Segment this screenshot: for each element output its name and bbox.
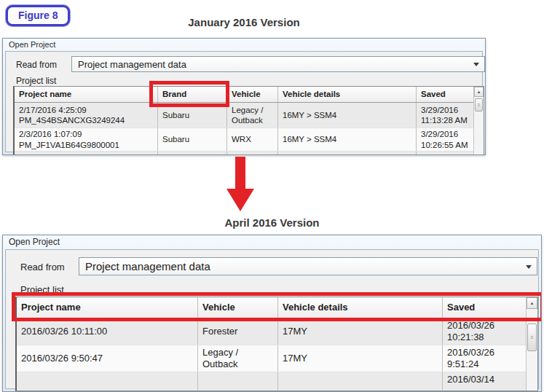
table-row-partial[interactable]: 2016/03/14 (17, 372, 537, 391)
read-from-value: Project management data (85, 260, 210, 273)
cell-saved: 3/25/2016 (417, 152, 476, 155)
cell-project-name: 2/17/2016 4:25:09 PM_4S4BSANCXG3249244 (15, 103, 158, 128)
read-from-label: Read from (20, 262, 65, 273)
cell-project-name: 2/3/2016 1:07:09 PM_JF1VA1B64G9800001 (15, 128, 158, 151)
cell-vehicle-details (278, 152, 417, 155)
column-header-project-name[interactable]: Project name (15, 87, 158, 102)
project-list-label: Project list (16, 76, 56, 86)
table-row[interactable]: 2016/03/26 10:11:00 Forester 17MY 2016/0… (17, 318, 537, 345)
cell-vehicle (198, 372, 278, 391)
cell-vehicle (227, 152, 278, 155)
table-row[interactable]: 2016/03/26 9:50:47 Legacy / Outback 17MY… (17, 345, 537, 372)
table-header-row: Project name Brand Vehicle Vehicle detai… (15, 87, 484, 103)
open-project-dialog-january: Open Project Read from Project managemen… (2, 38, 486, 155)
cell-brand (158, 152, 227, 155)
chevron-down-icon (473, 63, 479, 66)
table-row[interactable]: 2/3/2016 1:07:09 PM_JF1VA1B64G9800001 Su… (15, 128, 484, 152)
project-table: Project name Brand Vehicle Vehicle detai… (13, 86, 484, 155)
red-down-arrow-icon (226, 157, 254, 211)
column-header-vehicle-details[interactable]: Vehicle details (278, 87, 417, 102)
column-header-saved[interactable]: Saved (417, 87, 476, 102)
cell-project-name (17, 372, 198, 391)
cell-saved: 2016/03/26 9:51:24 (443, 345, 528, 372)
cell-saved: 3/29/2016 11:13:28 AM (417, 103, 476, 128)
cell-vehicle: Legacy / Outback (198, 345, 278, 372)
open-project-dialog-april: Open Project Read from Project managemen… (2, 235, 542, 392)
cell-brand: Subaru (158, 128, 227, 151)
chevron-down-icon (526, 265, 532, 269)
cell-vehicle: WRX (227, 128, 278, 151)
read-from-value: Project management data (78, 59, 186, 70)
scroll-up-icon[interactable]: ▲ (474, 87, 484, 97)
cell-vehicle-details: 17MY (278, 345, 443, 372)
window-title: Open Project (3, 235, 541, 249)
april-version-title: April 2016 Version (2, 216, 542, 229)
cell-vehicle-details: 16MY > SSM4 (278, 103, 417, 128)
column-header-vehicle[interactable]: Vehicle (227, 87, 278, 102)
vertical-scrollbar[interactable]: ▲ ≡ (473, 87, 484, 154)
scrollbar-thumb[interactable]: ≡ (475, 98, 483, 111)
cell-saved: 2016/03/26 10:21:38 (443, 318, 528, 345)
red-highlight-brand-column (149, 81, 229, 107)
cell-saved: 2016/03/14 (443, 372, 528, 391)
cell-vehicle-details: 17MY (278, 318, 443, 345)
cell-vehicle-details: 16MY > SSM4 (278, 128, 417, 151)
cell-project-name (15, 152, 158, 155)
cell-project-name: 2016/03/26 9:50:47 (17, 345, 198, 372)
cell-saved: 3/29/2016 10:26:55 AM (417, 128, 476, 151)
red-highlight-header-row (12, 292, 542, 321)
read-from-label: Read from (16, 60, 57, 70)
cell-vehicle-details (278, 372, 443, 391)
cell-vehicle: Legacy / Outback (227, 103, 278, 128)
scrollbar-thumb[interactable]: ≡ (527, 324, 537, 351)
cell-vehicle: Forester (198, 318, 278, 345)
table-row[interactable]: 2/17/2016 4:25:09 PM_4S4BSANCXG3249244 S… (15, 103, 484, 128)
dialog-client-area: Read from Project management data Projec… (5, 249, 539, 389)
dialog-client-area: Read from Project management data Projec… (5, 51, 483, 152)
read-from-dropdown[interactable]: Project management data (71, 56, 485, 72)
cell-project-name: 2016/03/26 10:11:00 (17, 318, 198, 345)
read-from-dropdown[interactable]: Project management data (79, 257, 537, 275)
january-version-title: January 2016 Version (2, 16, 486, 28)
window-title: Open Project (3, 39, 485, 51)
table-row-partial[interactable]: 3/25/2016 (15, 152, 484, 155)
